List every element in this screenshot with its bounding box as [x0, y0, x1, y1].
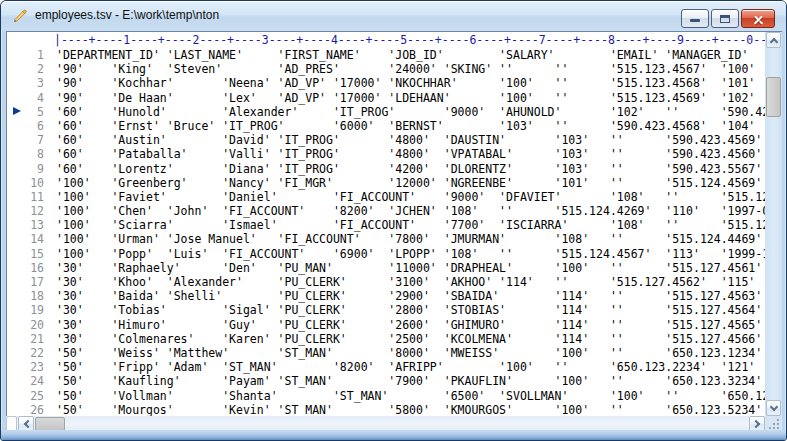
window-controls: [681, 9, 775, 28]
editor-line[interactable]: 26'50' 'Mourgos' 'Kevin' 'ST_MAN' '5800'…: [7, 403, 782, 417]
resize-grip[interactable]: [765, 416, 782, 432]
editor-line[interactable]: 23'50' 'Fripp' 'Adam' 'ST_MAN' '8200' 'A…: [7, 360, 782, 374]
line-text: 'DEPARTMENT_ID' 'LAST_NAME' 'FIRST_NAME'…: [44, 48, 782, 62]
line-text: '60' 'Pataballa' 'Valli' 'IT_PROG' '4800…: [44, 147, 782, 161]
line-number: 19: [7, 303, 44, 317]
horizontal-scrollbar-thumb[interactable]: [35, 417, 65, 431]
titlebar[interactable]: employees.tsv - E:\work\temp\nton: [1, 1, 787, 31]
line-number: 12: [7, 204, 44, 218]
line-number: 26: [7, 403, 44, 417]
line-text: '100' 'Faviet' 'Daniel' 'FI_ACCOUNT' '90…: [44, 190, 782, 204]
current-line-marker-icon: [13, 107, 21, 115]
line-text: '60' 'Ernst' 'Bruce' 'IT_PROG' '6000' 'B…: [44, 119, 782, 133]
editor-line[interactable]: 10'100' 'Greenberg' 'Nancy' 'FI_MGR' '12…: [7, 176, 782, 190]
editor-line[interactable]: 11'100' 'Faviet' 'Daniel' 'FI_ACCOUNT' '…: [7, 190, 782, 204]
maximize-icon: [720, 15, 730, 23]
vertical-scrollbar[interactable]: [765, 32, 782, 416]
line-number: 17: [7, 275, 44, 289]
editor-line[interactable]: 18'30' 'Baida' 'Shelli' 'PU_CLERK' '2900…: [7, 289, 782, 303]
chevron-up-icon: [770, 38, 778, 46]
editor-line[interactable]: 17'30' 'Khoo' 'Alexander' 'PU_CLERK' '31…: [7, 275, 782, 289]
line-number: 9: [7, 162, 44, 176]
editor-area[interactable]: |----+----1----+----2----+----3----+----…: [6, 31, 782, 432]
close-button[interactable]: [741, 9, 775, 28]
minimize-icon: [690, 19, 700, 22]
line-number: 1: [7, 48, 44, 62]
scroll-left-button[interactable]: [18, 416, 34, 432]
line-text: '50' 'Weiss' 'Matthew' 'ST_MAN' '8000' '…: [44, 346, 782, 360]
editor-line[interactable]: 22'50' 'Weiss' 'Matthew' 'ST_MAN' '8000'…: [7, 346, 782, 360]
editor-window: employees.tsv - E:\work\temp\nton |----+…: [0, 0, 787, 441]
line-text: '30' 'Raphaely' 'Den' 'PU_MAN' '11000' '…: [44, 261, 782, 275]
editor-line[interactable]: 16'30' 'Raphaely' 'Den' 'PU_MAN' '11000'…: [7, 261, 782, 275]
scrollbar-left-box[interactable]: [6, 416, 17, 432]
line-text: '100' 'Urman' 'Jose Manuel' 'FI_ACCOUNT'…: [44, 232, 782, 246]
editor-lines: 1'DEPARTMENT_ID' 'LAST_NAME' 'FIRST_NAME…: [7, 48, 782, 417]
line-number: 18: [7, 289, 44, 303]
line-text: '30' 'Baida' 'Shelli' 'PU_CLERK' '2900' …: [44, 289, 782, 303]
editor-line[interactable]: 12'100' 'Chen' 'John' 'FI_ACCOUNT' '8200…: [7, 204, 782, 218]
scroll-down-button[interactable]: [766, 400, 781, 416]
line-text: '60' 'Hunold' 'Alexander' 'IT_PROG' '900…: [44, 105, 782, 119]
line-number: 11: [7, 190, 44, 204]
editor-line[interactable]: 21'30' 'Colmenares' 'Karen' 'PU_CLERK' '…: [7, 332, 782, 346]
line-number: 15: [7, 247, 44, 261]
pencil-icon: [12, 8, 28, 24]
line-text: '60' 'Lorentz' 'Diana' 'IT_PROG' '4200' …: [44, 162, 782, 176]
editor-line[interactable]: 24'50' 'Kaufling' 'Payam' 'ST_MAN' '7900…: [7, 374, 782, 388]
editor-line[interactable]: 4'90' 'De Haan' 'Lex' 'AD_VP' '17000' 'L…: [7, 91, 782, 105]
line-text: '50' 'Vollman' 'Shanta' 'ST_MAN' '6500' …: [44, 389, 782, 403]
scroll-right-button[interactable]: [749, 416, 765, 432]
line-text: '100' 'Chen' 'John' 'FI_ACCOUNT' '8200' …: [44, 204, 782, 218]
line-text: '50' 'Mourgos' 'Kevin' 'ST_MAN' '5800' '…: [44, 403, 782, 417]
line-number: 2: [7, 62, 44, 76]
ruler: |----+----1----+----2----+----3----+----…: [54, 33, 782, 48]
vertical-scrollbar-thumb[interactable]: [766, 77, 781, 117]
minimize-button[interactable]: [681, 9, 709, 28]
editor-line[interactable]: 3'90' 'Kochhar' 'Neena' 'AD_VP' '17000' …: [7, 76, 782, 90]
editor-line[interactable]: 8'60' 'Pataballa' 'Valli' 'IT_PROG' '480…: [7, 147, 782, 161]
line-number: 6: [7, 119, 44, 133]
line-text: '100' 'Sciarra' 'Ismael' 'FI_ACCOUNT' '7…: [44, 218, 782, 232]
line-text: '50' 'Fripp' 'Adam' 'ST_MAN' '8200' 'AFR…: [44, 360, 782, 374]
line-number: 3: [7, 76, 44, 90]
editor-line[interactable]: 7'60' 'Austin' 'David' 'IT_PROG' '4800' …: [7, 133, 782, 147]
chevron-down-icon: [770, 403, 778, 411]
line-text: '30' 'Khoo' 'Alexander' 'PU_CLERK' '3100…: [44, 275, 782, 289]
editor-line[interactable]: 1'DEPARTMENT_ID' 'LAST_NAME' 'FIRST_NAME…: [7, 48, 782, 62]
maximize-button[interactable]: [711, 9, 739, 28]
close-icon: [753, 14, 764, 25]
line-number: 22: [7, 346, 44, 360]
line-text: '60' 'Austin' 'David' 'IT_PROG' '4800' '…: [44, 133, 782, 147]
editor-line[interactable]: 2'90' 'King' 'Steven' 'AD_PRES' '24000' …: [7, 62, 782, 76]
editor-line[interactable]: 19'30' 'Tobias' 'Sigal' 'PU_CLERK' '2800…: [7, 303, 782, 317]
editor-line[interactable]: 14'100' 'Urman' 'Jose Manuel' 'FI_ACCOUN…: [7, 232, 782, 246]
chevron-left-icon: [24, 420, 32, 428]
editor-line[interactable]: 25'50' 'Vollman' 'Shanta' 'ST_MAN' '6500…: [7, 389, 782, 403]
editor-line[interactable]: 9'60' 'Lorentz' 'Diana' 'IT_PROG' '4200'…: [7, 162, 782, 176]
line-number: 4: [7, 91, 44, 105]
line-number: 14: [7, 232, 44, 246]
line-text: '90' 'De Haan' 'Lex' 'AD_VP' '17000' 'LD…: [44, 91, 782, 105]
line-number: 20: [7, 318, 44, 332]
line-number: 21: [7, 332, 44, 346]
editor-line[interactable]: 15'100' 'Popp' 'Luis' 'FI_ACCOUNT' '6900…: [7, 247, 782, 261]
window-title: employees.tsv - E:\work\temp\nton: [35, 8, 219, 22]
line-number: 16: [7, 261, 44, 275]
scroll-up-button[interactable]: [766, 32, 781, 48]
line-number: 23: [7, 360, 44, 374]
line-text: '50' 'Kaufling' 'Payam' 'ST_MAN' '7900' …: [44, 374, 782, 388]
line-text: '90' 'King' 'Steven' 'AD_PRES' '24000' '…: [44, 62, 782, 76]
editor-line[interactable]: 20'30' 'Himuro' 'Guy' 'PU_CLERK' '2600' …: [7, 318, 782, 332]
line-text: '100' 'Greenberg' 'Nancy' 'FI_MGR' '1200…: [44, 176, 782, 190]
editor-line[interactable]: 6'60' 'Ernst' 'Bruce' 'IT_PROG' '6000' '…: [7, 119, 782, 133]
line-text: '30' 'Colmenares' 'Karen' 'PU_CLERK' '25…: [44, 332, 782, 346]
horizontal-scrollbar[interactable]: [6, 416, 765, 432]
editor-line[interactable]: 13'100' 'Sciarra' 'Ismael' 'FI_ACCOUNT' …: [7, 218, 782, 232]
editor-line[interactable]: 5'60' 'Hunold' 'Alexander' 'IT_PROG' '90…: [7, 105, 782, 119]
line-number: 24: [7, 374, 44, 388]
line-number: 13: [7, 218, 44, 232]
chevron-right-icon: [752, 420, 760, 428]
line-text: '30' 'Himuro' 'Guy' 'PU_CLERK' '2600' 'G…: [44, 318, 782, 332]
line-text: '90' 'Kochhar' 'Neena' 'AD_VP' '17000' '…: [44, 76, 782, 90]
